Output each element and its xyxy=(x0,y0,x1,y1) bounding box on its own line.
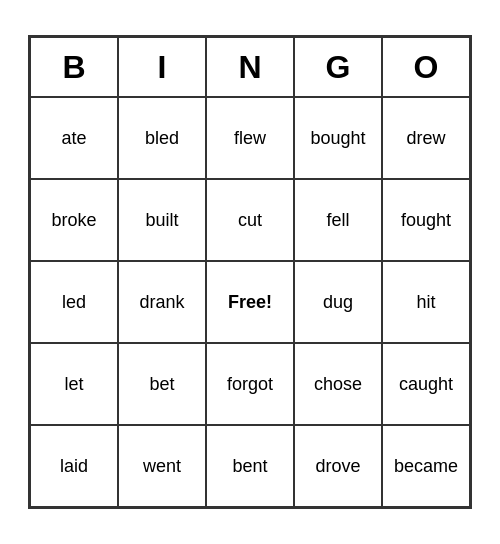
cell-r2-c0: led xyxy=(30,261,118,343)
bingo-card: BINGO atebledflewboughtdrewbrokebuiltcut… xyxy=(28,35,472,509)
cell-r0-c2: flew xyxy=(206,97,294,179)
cell-r4-c1: went xyxy=(118,425,206,507)
cell-r3-c0: let xyxy=(30,343,118,425)
cell-r1-c4: fought xyxy=(382,179,470,261)
cell-r2-c1: drank xyxy=(118,261,206,343)
cell-r3-c2: forgot xyxy=(206,343,294,425)
cell-r4-c2: bent xyxy=(206,425,294,507)
cell-r1-c1: built xyxy=(118,179,206,261)
cell-r4-c3: drove xyxy=(294,425,382,507)
cell-r0-c4: drew xyxy=(382,97,470,179)
cell-r0-c3: bought xyxy=(294,97,382,179)
bingo-header: BINGO xyxy=(30,37,470,97)
cell-r2-c4: hit xyxy=(382,261,470,343)
cell-r4-c0: laid xyxy=(30,425,118,507)
cell-r2-c2: Free! xyxy=(206,261,294,343)
cell-r3-c1: bet xyxy=(118,343,206,425)
cell-r1-c0: broke xyxy=(30,179,118,261)
cell-r0-c1: bled xyxy=(118,97,206,179)
header-letter: N xyxy=(206,37,294,97)
bingo-grid: atebledflewboughtdrewbrokebuiltcutfellfo… xyxy=(30,97,470,507)
cell-r2-c3: dug xyxy=(294,261,382,343)
cell-r1-c3: fell xyxy=(294,179,382,261)
cell-r1-c2: cut xyxy=(206,179,294,261)
header-letter: B xyxy=(30,37,118,97)
cell-r3-c3: chose xyxy=(294,343,382,425)
cell-r3-c4: caught xyxy=(382,343,470,425)
cell-r4-c4: became xyxy=(382,425,470,507)
header-letter: G xyxy=(294,37,382,97)
cell-r0-c0: ate xyxy=(30,97,118,179)
header-letter: I xyxy=(118,37,206,97)
header-letter: O xyxy=(382,37,470,97)
